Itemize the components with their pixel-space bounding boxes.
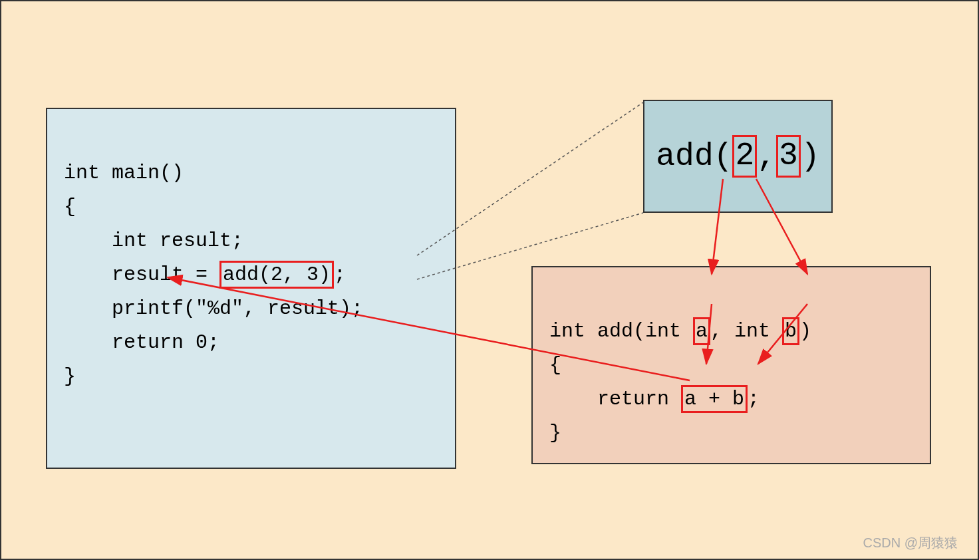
return-expr-highlight: a + b <box>681 385 748 413</box>
code-line: { <box>549 354 561 376</box>
main-function-box: int main() { int result; result = add(2,… <box>46 108 456 469</box>
code-line: return 0; <box>64 331 219 354</box>
code-line: { <box>64 196 76 218</box>
code-line: return a + b; <box>549 388 760 410</box>
callout-suffix: ) <box>801 138 820 174</box>
code-line: } <box>64 365 76 388</box>
param-b-highlight: b <box>782 317 799 345</box>
add-function-box: int add(int a, int b) { return a + b; } <box>531 266 931 464</box>
callout-box: add(2,3) <box>643 100 833 213</box>
code-line: int result; <box>64 229 243 252</box>
param-a-highlight: a <box>693 317 710 345</box>
code-line: int add(int a, int b) <box>549 320 811 343</box>
call-highlight: add(2, 3) <box>219 261 334 289</box>
callout-prefix: add( <box>656 138 732 174</box>
watermark: CSDN @周猿猿 <box>863 534 958 552</box>
code-line: int main() <box>64 162 184 184</box>
code-line: result = add(2, 3); <box>64 263 346 286</box>
callout-comma: , <box>757 138 776 174</box>
code-line: } <box>549 422 561 444</box>
code-line: printf("%d", result); <box>64 297 363 320</box>
arg1-highlight: 2 <box>732 135 757 178</box>
arg2-highlight: 3 <box>776 135 801 178</box>
